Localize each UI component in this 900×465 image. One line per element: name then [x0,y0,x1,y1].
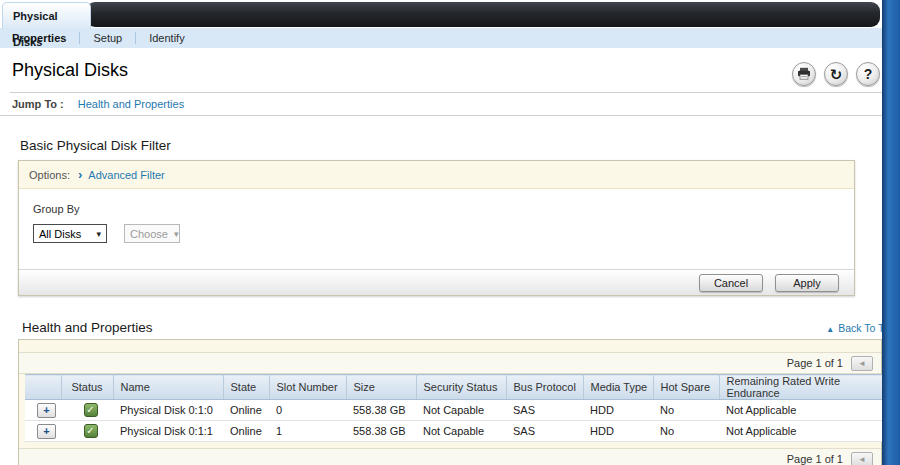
jump-to-row: Jump To : Health and Properties [0,93,900,115]
arrow-left-icon: ◄ [858,359,866,368]
page-title: Physical Disks [12,60,128,81]
size-cell: 558.38 GB [346,421,416,442]
bus-cell: SAS [506,421,583,442]
page-indicator: Page 1 of 1 [787,357,843,369]
jump-to-health-link[interactable]: Health and Properties [78,98,184,110]
media-cell: HDD [583,400,653,421]
table-row[interactable]: + ✓ Physical Disk 0:1:0 Online 0 558.38 … [25,400,883,421]
status-cell: ✓ [61,400,113,421]
hotspare-cell: No [653,421,719,442]
status-ok-icon: ✓ [84,403,98,417]
filter-options-row: Options: › Advanced Filter [19,161,854,189]
col-name: Name [113,375,223,400]
basic-filter-panel: Options: › Advanced Filter Group By All … [18,160,855,296]
group-by-select[interactable]: All Disks ▾ [33,224,107,243]
size-cell: 558.38 GB [346,400,416,421]
pager-bar-top: Page 1 of 1 ◄ [19,352,881,374]
chevron-down-icon: ▾ [174,229,179,239]
group-by-select-value: All Disks [39,228,81,240]
cancel-button[interactable]: Cancel [699,274,763,292]
top-dark-bar [86,2,880,27]
col-hot-spare: Hot Spare [653,375,719,400]
printer-icon [797,67,811,82]
endurance-cell: Not Applicable [719,400,883,421]
jump-divider [0,115,886,116]
state-cell: Online [223,421,269,442]
state-cell: Online [223,400,269,421]
prev-page-button[interactable]: ◄ [851,356,873,371]
group-by-label: Group By [33,203,854,215]
security-cell: Not Capable [416,421,506,442]
pager-bar-bottom: Page 1 of 1 ◄ [19,448,881,465]
name-cell: Physical Disk 0:1:0 [113,400,223,421]
col-slot-number: Slot Number [269,375,346,400]
print-button[interactable] [792,62,816,86]
status-ok-icon: ✓ [84,424,98,438]
plus-icon: + [43,426,49,437]
col-security-status: Security Status [416,375,506,400]
slot-cell: 0 [269,400,346,421]
health-properties-panel: Page 1 of 1 ◄ Status Name State Slot Num… [18,339,882,465]
bus-cell: SAS [506,400,583,421]
physical-disks-table: Status Name State Slot Number Size Secur… [25,374,883,442]
window-frame-strip [882,0,900,465]
name-cell: Physical Disk 0:1:1 [113,421,223,442]
jump-to-label: Jump To : [12,98,64,110]
subnav-item-setup[interactable]: Setup [80,32,135,44]
triangle-up-icon: ▲ [826,325,834,334]
hotspare-cell: No [653,400,719,421]
col-endurance: Remaining Rated Write Endurance [719,375,883,400]
chevron-down-icon: ▾ [96,229,101,239]
security-cell: Not Capable [416,400,506,421]
subnav-item-identify[interactable]: Identify [136,32,197,44]
col-bus-protocol: Bus Protocol [506,375,583,400]
apply-button[interactable]: Apply [775,274,839,292]
top-header-bars: Physical Disks Properties Setup Identify [0,0,900,48]
table-row[interactable]: + ✓ Physical Disk 0:1:1 Online 1 558.38 … [25,421,883,442]
col-size: Size [346,375,416,400]
help-icon: ? [864,67,873,81]
endurance-cell: Not Applicable [719,421,883,442]
arrow-left-icon: ◄ [858,455,866,464]
status-cell: ✓ [61,421,113,442]
prev-page-button[interactable]: ◄ [851,452,873,465]
filter-body: Group By All Disks ▾ Choose ▾ [19,189,854,269]
health-section-heading: Health and Properties [22,320,864,335]
tab-physical-disks[interactable]: Physical Disks [2,2,91,29]
help-button[interactable]: ? [856,62,880,86]
chevron-right-icon: › [78,168,82,181]
title-row: Physical Disks ↻ ? [0,48,900,92]
expand-cell: + [25,400,61,421]
slot-cell: 1 [269,421,346,442]
options-label: Options: [29,169,70,181]
refresh-button[interactable]: ↻ [824,62,848,86]
choose-select[interactable]: Choose ▾ [124,224,180,243]
advanced-filter-link[interactable]: Advanced Filter [88,169,164,181]
page-action-icons: ↻ ? [792,62,880,86]
col-state: State [223,375,269,400]
table-header-row: Status Name State Slot Number Size Secur… [25,375,883,400]
col-status: Status [61,375,113,400]
col-expand [25,375,61,400]
subnav-bar: Properties Setup Identify [0,28,882,48]
filter-section-heading: Basic Physical Disk Filter [20,138,900,154]
page-indicator: Page 1 of 1 [787,453,843,465]
expand-row-button[interactable]: + [37,403,56,418]
refresh-icon: ↻ [830,67,843,82]
expand-cell: + [25,421,61,442]
health-section-header: Health and Properties ▲Back To Top [0,320,864,337]
expand-row-button[interactable]: + [37,424,56,439]
media-cell: HDD [583,421,653,442]
plus-icon: + [43,405,49,416]
filter-footer: Cancel Apply [19,269,854,295]
choose-select-value: Choose [130,228,168,240]
col-media-type: Media Type [583,375,653,400]
